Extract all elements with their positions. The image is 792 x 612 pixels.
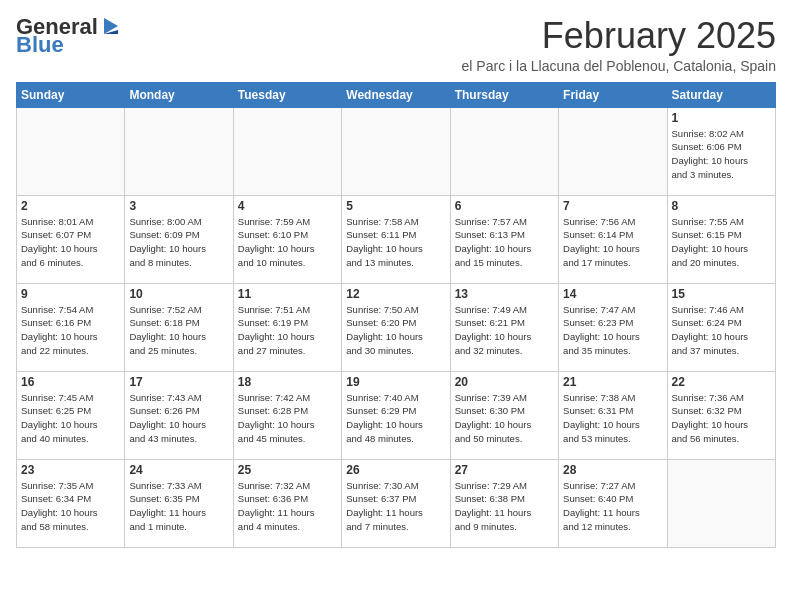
calendar-cell: 25Sunrise: 7:32 AM Sunset: 6:36 PM Dayli… <box>233 459 341 547</box>
day-number: 9 <box>21 287 120 301</box>
day-info: Sunrise: 7:45 AM Sunset: 6:25 PM Dayligh… <box>21 391 120 446</box>
location-subtitle: el Parc i la Llacuna del Poblenou, Catal… <box>462 58 776 74</box>
day-info: Sunrise: 7:58 AM Sunset: 6:11 PM Dayligh… <box>346 215 445 270</box>
col-header-tuesday: Tuesday <box>233 82 341 107</box>
day-number: 5 <box>346 199 445 213</box>
title-section: February 2025 el Parc i la Llacuna del P… <box>462 16 776 74</box>
calendar-cell: 19Sunrise: 7:40 AM Sunset: 6:29 PM Dayli… <box>342 371 450 459</box>
day-info: Sunrise: 7:56 AM Sunset: 6:14 PM Dayligh… <box>563 215 662 270</box>
calendar-header-row: SundayMondayTuesdayWednesdayThursdayFrid… <box>17 82 776 107</box>
calendar-cell: 8Sunrise: 7:55 AM Sunset: 6:15 PM Daylig… <box>667 195 775 283</box>
day-info: Sunrise: 7:55 AM Sunset: 6:15 PM Dayligh… <box>672 215 771 270</box>
day-number: 28 <box>563 463 662 477</box>
day-info: Sunrise: 7:33 AM Sunset: 6:35 PM Dayligh… <box>129 479 228 534</box>
calendar-cell: 18Sunrise: 7:42 AM Sunset: 6:28 PM Dayli… <box>233 371 341 459</box>
calendar-cell <box>233 107 341 195</box>
calendar-cell: 3Sunrise: 8:00 AM Sunset: 6:09 PM Daylig… <box>125 195 233 283</box>
calendar-cell: 20Sunrise: 7:39 AM Sunset: 6:30 PM Dayli… <box>450 371 558 459</box>
day-number: 18 <box>238 375 337 389</box>
day-info: Sunrise: 7:32 AM Sunset: 6:36 PM Dayligh… <box>238 479 337 534</box>
day-info: Sunrise: 7:29 AM Sunset: 6:38 PM Dayligh… <box>455 479 554 534</box>
logo-icon <box>100 16 122 38</box>
col-header-wednesday: Wednesday <box>342 82 450 107</box>
calendar-cell: 5Sunrise: 7:58 AM Sunset: 6:11 PM Daylig… <box>342 195 450 283</box>
col-header-thursday: Thursday <box>450 82 558 107</box>
day-info: Sunrise: 7:46 AM Sunset: 6:24 PM Dayligh… <box>672 303 771 358</box>
day-number: 21 <box>563 375 662 389</box>
day-info: Sunrise: 7:59 AM Sunset: 6:10 PM Dayligh… <box>238 215 337 270</box>
day-number: 12 <box>346 287 445 301</box>
calendar-cell <box>667 459 775 547</box>
day-info: Sunrise: 7:50 AM Sunset: 6:20 PM Dayligh… <box>346 303 445 358</box>
day-number: 11 <box>238 287 337 301</box>
day-number: 16 <box>21 375 120 389</box>
col-header-monday: Monday <box>125 82 233 107</box>
day-info: Sunrise: 7:43 AM Sunset: 6:26 PM Dayligh… <box>129 391 228 446</box>
calendar-table: SundayMondayTuesdayWednesdayThursdayFrid… <box>16 82 776 548</box>
day-info: Sunrise: 7:38 AM Sunset: 6:31 PM Dayligh… <box>563 391 662 446</box>
calendar-cell: 1Sunrise: 8:02 AM Sunset: 6:06 PM Daylig… <box>667 107 775 195</box>
day-info: Sunrise: 7:54 AM Sunset: 6:16 PM Dayligh… <box>21 303 120 358</box>
calendar-cell: 23Sunrise: 7:35 AM Sunset: 6:34 PM Dayli… <box>17 459 125 547</box>
calendar-week-row: 23Sunrise: 7:35 AM Sunset: 6:34 PM Dayli… <box>17 459 776 547</box>
calendar-cell: 17Sunrise: 7:43 AM Sunset: 6:26 PM Dayli… <box>125 371 233 459</box>
day-number: 8 <box>672 199 771 213</box>
day-info: Sunrise: 8:01 AM Sunset: 6:07 PM Dayligh… <box>21 215 120 270</box>
calendar-week-row: 16Sunrise: 7:45 AM Sunset: 6:25 PM Dayli… <box>17 371 776 459</box>
col-header-saturday: Saturday <box>667 82 775 107</box>
calendar-cell <box>342 107 450 195</box>
day-number: 20 <box>455 375 554 389</box>
calendar-cell: 27Sunrise: 7:29 AM Sunset: 6:38 PM Dayli… <box>450 459 558 547</box>
day-number: 25 <box>238 463 337 477</box>
calendar-cell <box>450 107 558 195</box>
day-number: 24 <box>129 463 228 477</box>
calendar-cell <box>125 107 233 195</box>
calendar-cell: 10Sunrise: 7:52 AM Sunset: 6:18 PM Dayli… <box>125 283 233 371</box>
day-number: 6 <box>455 199 554 213</box>
day-number: 17 <box>129 375 228 389</box>
calendar-week-row: 2Sunrise: 8:01 AM Sunset: 6:07 PM Daylig… <box>17 195 776 283</box>
logo: General Blue <box>16 16 122 56</box>
calendar-cell: 21Sunrise: 7:38 AM Sunset: 6:31 PM Dayli… <box>559 371 667 459</box>
calendar-cell: 24Sunrise: 7:33 AM Sunset: 6:35 PM Dayli… <box>125 459 233 547</box>
calendar-cell: 13Sunrise: 7:49 AM Sunset: 6:21 PM Dayli… <box>450 283 558 371</box>
day-info: Sunrise: 8:00 AM Sunset: 6:09 PM Dayligh… <box>129 215 228 270</box>
day-number: 23 <box>21 463 120 477</box>
month-year-title: February 2025 <box>462 16 776 56</box>
day-number: 27 <box>455 463 554 477</box>
day-number: 10 <box>129 287 228 301</box>
calendar-cell: 7Sunrise: 7:56 AM Sunset: 6:14 PM Daylig… <box>559 195 667 283</box>
day-info: Sunrise: 7:42 AM Sunset: 6:28 PM Dayligh… <box>238 391 337 446</box>
calendar-cell: 14Sunrise: 7:47 AM Sunset: 6:23 PM Dayli… <box>559 283 667 371</box>
day-info: Sunrise: 7:36 AM Sunset: 6:32 PM Dayligh… <box>672 391 771 446</box>
day-number: 3 <box>129 199 228 213</box>
day-info: Sunrise: 7:39 AM Sunset: 6:30 PM Dayligh… <box>455 391 554 446</box>
day-info: Sunrise: 7:51 AM Sunset: 6:19 PM Dayligh… <box>238 303 337 358</box>
calendar-cell: 9Sunrise: 7:54 AM Sunset: 6:16 PM Daylig… <box>17 283 125 371</box>
day-number: 15 <box>672 287 771 301</box>
day-info: Sunrise: 7:40 AM Sunset: 6:29 PM Dayligh… <box>346 391 445 446</box>
calendar-cell: 15Sunrise: 7:46 AM Sunset: 6:24 PM Dayli… <box>667 283 775 371</box>
day-number: 14 <box>563 287 662 301</box>
page-header: General Blue February 2025 el Parc i la … <box>16 16 776 74</box>
day-number: 19 <box>346 375 445 389</box>
logo-blue-text: Blue <box>16 34 64 56</box>
calendar-week-row: 1Sunrise: 8:02 AM Sunset: 6:06 PM Daylig… <box>17 107 776 195</box>
col-header-friday: Friday <box>559 82 667 107</box>
day-info: Sunrise: 7:30 AM Sunset: 6:37 PM Dayligh… <box>346 479 445 534</box>
day-info: Sunrise: 7:35 AM Sunset: 6:34 PM Dayligh… <box>21 479 120 534</box>
day-number: 2 <box>21 199 120 213</box>
day-info: Sunrise: 7:47 AM Sunset: 6:23 PM Dayligh… <box>563 303 662 358</box>
day-number: 1 <box>672 111 771 125</box>
calendar-cell: 6Sunrise: 7:57 AM Sunset: 6:13 PM Daylig… <box>450 195 558 283</box>
day-number: 4 <box>238 199 337 213</box>
day-number: 26 <box>346 463 445 477</box>
day-info: Sunrise: 7:52 AM Sunset: 6:18 PM Dayligh… <box>129 303 228 358</box>
calendar-cell: 4Sunrise: 7:59 AM Sunset: 6:10 PM Daylig… <box>233 195 341 283</box>
calendar-week-row: 9Sunrise: 7:54 AM Sunset: 6:16 PM Daylig… <box>17 283 776 371</box>
calendar-cell: 2Sunrise: 8:01 AM Sunset: 6:07 PM Daylig… <box>17 195 125 283</box>
calendar-cell: 26Sunrise: 7:30 AM Sunset: 6:37 PM Dayli… <box>342 459 450 547</box>
day-number: 22 <box>672 375 771 389</box>
day-info: Sunrise: 7:57 AM Sunset: 6:13 PM Dayligh… <box>455 215 554 270</box>
calendar-cell: 16Sunrise: 7:45 AM Sunset: 6:25 PM Dayli… <box>17 371 125 459</box>
